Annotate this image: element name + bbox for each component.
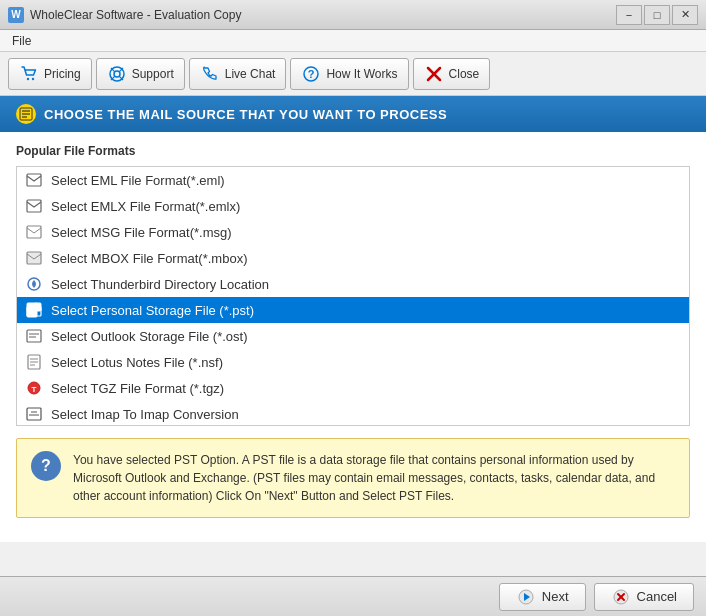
nsf-icon [25, 353, 43, 371]
section-header-icon [16, 104, 36, 124]
window-controls: − □ ✕ [616, 5, 698, 25]
next-icon [516, 587, 536, 607]
svg-rect-18 [27, 226, 41, 238]
svg-text:?: ? [308, 68, 315, 80]
list-item-nsf[interactable]: Select Lotus Notes File (*.nsf) [17, 349, 689, 375]
list-item-msg[interactable]: Select MSG File Format(*.msg) [17, 219, 689, 245]
cart-icon [19, 64, 39, 84]
eml-label: Select EML File Format(*.eml) [51, 173, 225, 188]
emlx-label: Select EMLX File Format(*.emlx) [51, 199, 240, 214]
thunderbird-icon [25, 275, 43, 293]
ost-label: Select Outlook Storage File (*.ost) [51, 329, 248, 344]
live-chat-button[interactable]: Live Chat [189, 58, 287, 90]
imap-label: Select Imap To Imap Conversion [51, 407, 239, 422]
list-item-emlx[interactable]: Select EMLX File Format(*.emlx) [17, 193, 689, 219]
menu-bar: File [0, 30, 706, 52]
menu-file[interactable]: File [4, 32, 39, 50]
cancel-icon [611, 587, 631, 607]
nsf-label: Select Lotus Notes File (*.nsf) [51, 355, 223, 370]
svg-rect-19 [27, 252, 41, 264]
emlx-icon [25, 197, 43, 215]
svg-point-1 [32, 77, 34, 79]
pst-label: Select Personal Storage File (*.pst) [51, 303, 254, 318]
svg-rect-17 [27, 200, 41, 212]
list-item-thunderbird[interactable]: Select Thunderbird Directory Location [17, 271, 689, 297]
section-header: CHOOSE THE MAIL SOURCE THAT YOU WANT TO … [0, 96, 706, 132]
main-content: Popular File Formats Select EML File For… [0, 132, 706, 542]
how-it-works-button[interactable]: ? How It Works [290, 58, 408, 90]
support-label: Support [132, 67, 174, 81]
ost-icon [25, 327, 43, 345]
maximize-button[interactable]: □ [644, 5, 670, 25]
phone-icon [200, 64, 220, 84]
cancel-label: Cancel [637, 589, 677, 604]
svg-text:T: T [32, 385, 37, 394]
close-label: Close [449, 67, 480, 81]
toolbar: Pricing Support Live Chat [0, 52, 706, 96]
popular-formats-title: Popular File Formats [16, 144, 690, 158]
window-close-button[interactable]: ✕ [672, 5, 698, 25]
live-chat-label: Live Chat [225, 67, 276, 81]
msg-label: Select MSG File Format(*.msg) [51, 225, 232, 240]
msg-icon [25, 223, 43, 241]
svg-rect-24 [27, 330, 41, 342]
pst-icon [25, 301, 43, 319]
list-item-imap[interactable]: Select Imap To Imap Conversion [17, 401, 689, 426]
list-item-eml[interactable]: Select EML File Format(*.eml) [17, 167, 689, 193]
tgz-label: Select TGZ File Format (*.tgz) [51, 381, 224, 396]
imap-icon [25, 405, 43, 423]
list-item-ost[interactable]: Select Outlook Storage File (*.ost) [17, 323, 689, 349]
next-label: Next [542, 589, 569, 604]
next-button[interactable]: Next [499, 583, 586, 611]
svg-rect-16 [27, 174, 41, 186]
thunderbird-label: Select Thunderbird Directory Location [51, 277, 269, 292]
mbox-label: Select MBOX File Format(*.mbox) [51, 251, 248, 266]
svg-rect-33 [27, 408, 41, 420]
close-app-button[interactable]: Close [413, 58, 491, 90]
svg-point-3 [114, 71, 120, 77]
info-box: ? You have selected PST Option. A PST fi… [16, 438, 690, 518]
info-icon: ? [31, 451, 61, 481]
minimize-button[interactable]: − [616, 5, 642, 25]
support-icon [107, 64, 127, 84]
tgz-icon: T [25, 379, 43, 397]
bottom-bar: Next Cancel [0, 576, 706, 616]
list-item-mbox[interactable]: Select MBOX File Format(*.mbox) [17, 245, 689, 271]
support-button[interactable]: Support [96, 58, 185, 90]
section-header-text: CHOOSE THE MAIL SOURCE THAT YOU WANT TO … [44, 107, 447, 122]
window-title: WholeClear Software - Evaluation Copy [30, 8, 616, 22]
pricing-label: Pricing [44, 67, 81, 81]
mbox-icon [25, 249, 43, 267]
title-bar: W WholeClear Software - Evaluation Copy … [0, 0, 706, 30]
pricing-button[interactable]: Pricing [8, 58, 92, 90]
cancel-button[interactable]: Cancel [594, 583, 694, 611]
list-item-tgz[interactable]: T Select TGZ File Format (*.tgz) [17, 375, 689, 401]
list-item-pst[interactable]: Select Personal Storage File (*.pst) [17, 297, 689, 323]
eml-icon [25, 171, 43, 189]
close-x-icon [424, 64, 444, 84]
how-it-works-label: How It Works [326, 67, 397, 81]
file-format-list: Select EML File Format(*.eml) Select EML… [16, 166, 690, 426]
svg-point-0 [27, 77, 29, 79]
question-icon: ? [301, 64, 321, 84]
info-text: You have selected PST Option. A PST file… [73, 451, 675, 505]
app-icon: W [8, 7, 24, 23]
